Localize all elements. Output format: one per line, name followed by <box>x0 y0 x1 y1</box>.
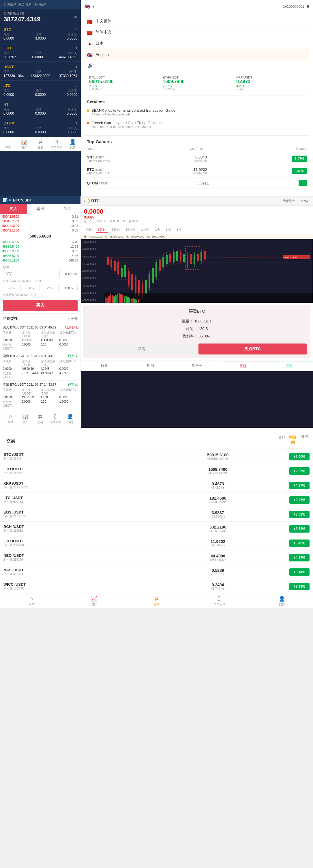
account-header: 合约账户 积合约户 法币账户 <box>0 0 81 9</box>
order-h0-0: 手续费 <box>3 331 21 338</box>
exc-nav-assets[interactable]: 📈 资产 <box>63 594 125 608</box>
nav-home[interactable]: ⌂ 首页 <box>0 137 16 151</box>
overlay-cancel-btn[interactable]: 取消 <box>87 343 196 354</box>
coin-pair-neo: NEO /USDT <box>3 553 147 558</box>
lang-item-japanese[interactable]: 🇯🇵 日本 <box>85 38 310 49</box>
coin-row-eth[interactable]: ETH /USDT 24小量 447217 1609.7400 ≈11268.1… <box>0 464 313 478</box>
ticker-btc[interactable]: BTC/USDT 50015.6100 2.98% ≈50015.615 <box>87 74 160 92</box>
order-v2-3: 0.0000 <box>59 396 77 399</box>
exc-nav-trade[interactable]: ⇄ 交易 <box>125 594 188 608</box>
btc-stat-0: 量 0.50 <box>84 219 93 223</box>
btc-back-button[interactable]: ‹ <box>84 198 85 204</box>
buy-row-2: 49889.2000 8.92 <box>2 249 78 253</box>
exchange-tab-margin[interactable]: 积合约 <box>287 431 298 449</box>
buy-tab[interactable]: 买入 <box>0 204 27 214</box>
lang-item-simplified[interactable]: 🇨🇳 简体中文 <box>85 27 310 38</box>
exchange-title: 交易 <box>3 435 18 446</box>
period-1d[interactable]: 1天 <box>154 227 162 233</box>
coin-price-btc: 50015.6100 <box>147 453 290 457</box>
asset-row-eth[interactable]: ETH › 可用 冻结 折合($) 30.1707 0.0000 46610.4… <box>0 43 81 62</box>
lang-item-english[interactable]: 🇬🇧 English <box>85 49 310 60</box>
header-arrow-icon[interactable]: ▼ <box>92 5 95 9</box>
nav-assets[interactable]: 📊 资产 <box>16 137 32 151</box>
coin-pricesub-btc: ≈350109.27CNY <box>147 457 290 460</box>
trade-icon: ⇄ <box>38 138 43 145</box>
all-orders-link[interactable]: □ 全部 <box>68 317 77 321</box>
trade-nav-trade[interactable]: ⇄ 交易 <box>33 412 48 426</box>
gainer-row-qtum[interactable]: QTUM /USDT 5.3211 ... <box>87 178 307 189</box>
coin-row-nas[interactable]: NAS /USDT 24小量 662384 0.5289 ≈3.70CNY +3… <box>0 565 313 579</box>
asset-row-usdt[interactable]: USDT › 可用 冻结 折合($) 137330.1064 123422.00… <box>0 62 81 81</box>
period-3min[interactable]: 3分钟 <box>110 227 121 233</box>
nav-fiat[interactable]: ₿ 法币交易 <box>49 137 65 151</box>
ticker-xrp[interactable]: XRP/USDT 0.4873 4.26% ≈0.485 <box>234 74 307 92</box>
trade-nav-fiat[interactable]: ₿ 法币交易 <box>48 412 63 426</box>
asset-row-qtum[interactable]: QTUM › 可用 冻结 折合($) 0.0000 0.0000 0.0000 <box>0 118 81 137</box>
lang-item-traditional[interactable]: 🇨🇳 中文繁体 <box>85 16 310 27</box>
pct-25[interactable]: 25% <box>3 285 21 291</box>
gainer-row-etc[interactable]: ETC /USDT 24H Vol 2886734 11.9202 ≈83.44… <box>87 165 307 178</box>
trade-qty-tab[interactable]: 数量 <box>81 361 127 371</box>
pct-100[interactable]: 100% <box>60 285 77 291</box>
overlay-confirm-btn[interactable]: 买跌BTC <box>198 343 307 354</box>
ticker-eth[interactable]: ETH/USDT 1609.7400 2.27% ≈1609.745 <box>160 74 234 92</box>
exc-nav-home[interactable]: ⌂ 首页 <box>0 594 63 608</box>
coin-row-neo[interactable]: NEO /USDT 24小量 295356 40.4900 ≈283.43CNY… <box>0 551 313 565</box>
nav-my[interactable]: 👤 我的 <box>65 137 81 151</box>
tab-futures[interactable]: 合约账户 <box>3 2 16 7</box>
coin-row-ltc2[interactable]: LTC /USDT 24小量 920173 181.4600 ≈1270.22C… <box>0 493 313 507</box>
buy-price-3: 49888.8700 <box>2 254 19 257</box>
period-1hr[interactable]: 1小时 <box>139 227 151 233</box>
tab-fiat[interactable]: 法币账户 <box>33 2 46 7</box>
trade-sell-tab[interactable]: 买跌 <box>266 361 313 371</box>
period-1min[interactable]: 1分钟 <box>96 227 107 233</box>
trade-profit-tab[interactable]: 盈利率 <box>174 361 220 371</box>
service-item-1[interactable]: French Currency and Gold Filling Guidanc… <box>87 120 307 130</box>
flag-cn-traditional: 🇨🇳 <box>87 19 93 23</box>
gainer-row-snt[interactable]: SNT /USDT 24H Vol 19954803 0.0843 ≈0.59C… <box>87 153 307 165</box>
trade-nav-my[interactable]: 👤 我的 <box>63 412 77 426</box>
nav-trade[interactable]: ⇄ 交易 <box>32 137 49 151</box>
trade-buy-tab[interactable]: 买涨 <box>220 361 267 371</box>
btc-title: BTC <box>91 198 99 203</box>
coin-row-btc[interactable]: BTC /USDT 24小量 21842 50015.6100 ≈350109.… <box>0 450 313 464</box>
coin-row-xrp[interactable]: XRP /USDT 24小量 249585832 0.4873 ≈3.41CNY… <box>0 478 313 493</box>
coin-row-wicc[interactable]: WICC /USDT 24小量 1712681 0.2494 ≈1.74CNY … <box>0 579 313 594</box>
period-minute[interactable]: 分钟 <box>84 227 94 233</box>
pct-50[interactable]: 50% <box>22 285 40 291</box>
asset-row-ltc[interactable]: LTC › 可用 冻结 折合($) 0.0000 0.0000 0.0000 <box>0 81 81 99</box>
service-item-0[interactable]: BBANK mobile terminal contract transacti… <box>87 107 307 117</box>
period-1w[interactable]: 1周 <box>164 227 173 233</box>
asset-row-btc[interactable]: BTC › 可用 冻结 折合($) 0.0000 3.0000 0.0000 <box>0 24 81 43</box>
coin-row-etc2[interactable]: ETC /USDT 24小量 2886734 11.9202 ≈83.44CNY… <box>0 536 313 551</box>
buy-button[interactable]: 买入 <box>3 300 77 311</box>
period-1m[interactable]: 1月 <box>175 227 183 233</box>
coin-price-xrp: 0.4873 <box>147 482 290 486</box>
price-type-tab[interactable]: 价格 <box>54 204 81 214</box>
exc-nav-my[interactable]: 👤 我的 <box>250 594 313 608</box>
coin-row-eos[interactable]: EOS /USDT 24小量 21233118 3.9337 ≈27.53CNY… <box>0 507 313 522</box>
exchange-tab-spot[interactable]: 币币 <box>299 431 310 449</box>
eye-icon[interactable]: 👁 <box>73 15 77 20</box>
trade-time-tab[interactable]: 时间 <box>127 361 174 371</box>
trade-assets-icon: 📊 <box>22 413 29 420</box>
header-menu-icon[interactable]: ≡ <box>306 3 310 9</box>
coin-row-bch[interactable]: BCH /USDT 24小量 219082 532.2100 ≈3725.47C… <box>0 522 313 536</box>
qty-input[interactable] <box>3 270 60 278</box>
sell-tab[interactable]: 卖出 <box>27 204 54 214</box>
order-status-0[interactable]: 取消委托 <box>65 325 77 330</box>
period-30min[interactable]: 30分钟 <box>124 227 137 233</box>
coin-pair-nas: NAS /USDT <box>3 568 147 572</box>
exchange-tab-futures[interactable]: 合约 <box>276 431 287 449</box>
asset-name-ltc: LTC <box>3 84 10 88</box>
exc-nav-fiat[interactable]: ₿ 法币交易 <box>188 594 250 608</box>
vol-bar-7 <box>117 293 118 303</box>
asset-row-ht[interactable]: HT › 可用 冻结 折合($) 0.0000 0.0000 0.0000 <box>0 99 81 118</box>
pct-75[interactable]: 75% <box>41 285 59 291</box>
tab-margin[interactable]: 积合约户 <box>19 2 31 7</box>
frozen-val-ltc: 0.0000 <box>35 93 46 97</box>
trade-nav-assets[interactable]: 📊 资产 <box>18 412 33 426</box>
sound-icon[interactable]: 🔊 <box>87 63 94 68</box>
coin-sub-btc: 24小量 21842 <box>3 457 147 461</box>
trade-nav-home[interactable]: ⌂ 首页 <box>3 412 18 426</box>
